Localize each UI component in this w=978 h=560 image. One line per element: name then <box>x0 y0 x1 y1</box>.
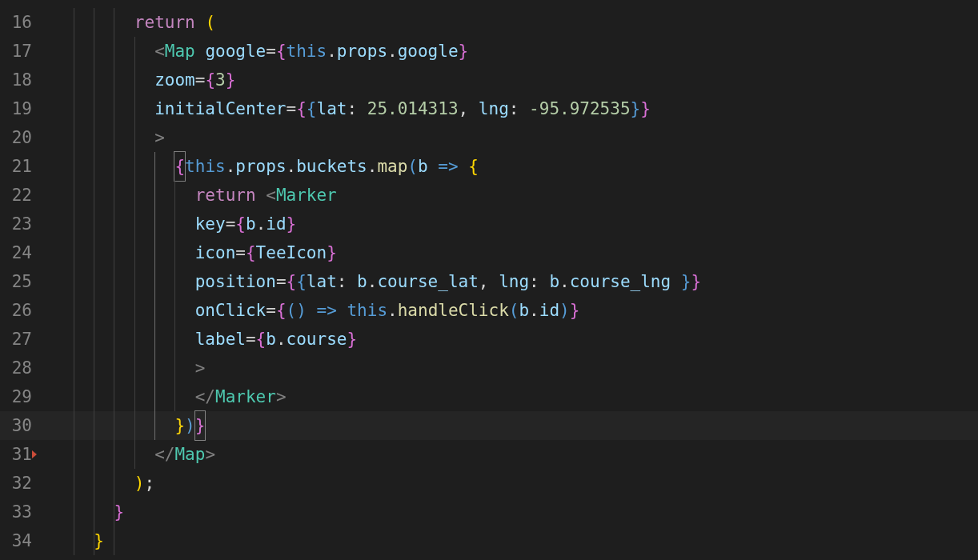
code-token: : <box>529 272 539 291</box>
code-line[interactable]: })} <box>70 411 978 440</box>
code-token: { <box>246 243 256 262</box>
code-token: 25.014313 <box>367 99 459 118</box>
code-token: b <box>519 301 529 320</box>
code-token: = <box>235 243 246 262</box>
line-number: 30 <box>0 411 32 440</box>
code-token: < <box>154 42 165 61</box>
bracket-match: { <box>174 151 186 182</box>
indent-guide <box>114 526 114 555</box>
code-token: } <box>94 531 104 550</box>
code-token: id <box>266 214 286 234</box>
code-line[interactable]: icon={TeeIcon} <box>70 238 978 267</box>
code-token: b <box>549 272 559 291</box>
code-token: = <box>226 214 236 234</box>
code-token: google <box>205 42 266 61</box>
code-line[interactable]: } <box>70 498 978 526</box>
code-token: position <box>195 272 276 291</box>
code-token: . <box>367 157 378 176</box>
code-token: b <box>266 330 276 349</box>
code-token: { <box>296 99 307 118</box>
code-token: ( <box>287 301 297 320</box>
code-token: . <box>367 272 378 291</box>
code-line[interactable]: key={b.id} <box>70 210 978 238</box>
bracket-match: } <box>194 410 206 441</box>
code-token: </ <box>195 387 215 406</box>
code-token: } <box>226 70 236 90</box>
code-token: : <box>509 99 519 118</box>
code-line[interactable]: return <Marker <box>70 181 978 210</box>
code-line[interactable]: initialCenter={{lat: 25.014313, lng: -95… <box>70 94 978 123</box>
code-token: { <box>235 214 246 234</box>
code-token: ( <box>205 13 215 32</box>
code-token: => <box>438 157 458 176</box>
code-token: course_lat <box>377 272 478 291</box>
code-line[interactable]: } <box>70 526 978 555</box>
code-token: { <box>174 157 185 176</box>
line-number: 26 <box>0 296 32 325</box>
code-token: } <box>681 272 691 291</box>
code-line[interactable]: > <box>70 123 978 152</box>
code-token <box>357 99 367 118</box>
code-token: ) <box>559 301 570 320</box>
code-line[interactable]: > <box>70 354 978 382</box>
line-number: 19 <box>0 94 32 123</box>
code-token: 3 <box>215 70 226 90</box>
code-line[interactable]: </Map> <box>70 440 978 469</box>
code-token: , <box>479 272 489 291</box>
code-editor[interactable]: 16171819202122232425262728293031323334 r… <box>0 0 978 560</box>
code-token: } <box>631 99 641 118</box>
code-token: b <box>246 214 256 234</box>
code-token: lat <box>317 99 347 118</box>
code-line[interactable]: ); <box>70 469 978 498</box>
code-token: ) <box>134 474 145 493</box>
code-token: lng <box>499 272 529 291</box>
code-token: => <box>317 301 337 320</box>
code-token: = <box>246 330 256 349</box>
code-line[interactable]: </Marker> <box>70 382 978 411</box>
code-token: > <box>205 445 215 464</box>
code-token: > <box>195 358 206 378</box>
code-token: id <box>539 301 559 320</box>
code-token: handleClick <box>398 301 509 320</box>
code-content[interactable]: return ( <Map google={this.props.google}… <box>70 0 978 560</box>
code-token: . <box>256 214 267 234</box>
code-token: course_lng <box>570 272 671 291</box>
code-token: ( <box>407 157 418 176</box>
code-token <box>428 157 439 176</box>
line-number: 17 <box>0 37 32 66</box>
code-token: : <box>337 272 347 291</box>
code-line[interactable]: label={b.course} <box>70 325 978 354</box>
code-line[interactable]: {this.props.buckets.map(b => { <box>70 152 978 181</box>
line-number: 29 <box>0 382 32 411</box>
code-token <box>256 186 267 205</box>
code-line[interactable]: return ( <box>70 8 978 37</box>
code-token: } <box>114 502 125 522</box>
warning-marker-icon[interactable] <box>32 450 37 458</box>
line-number: 27 <box>0 325 32 354</box>
code-token: . <box>287 157 297 176</box>
code-token: { <box>307 99 317 118</box>
code-line[interactable]: zoom={3} <box>70 66 978 94</box>
line-number: 16 <box>0 8 32 37</box>
code-token: . <box>226 157 236 176</box>
code-token: buckets <box>296 157 367 176</box>
line-number: 18 <box>0 66 32 94</box>
code-token: Map <box>174 445 205 464</box>
code-token <box>539 272 550 291</box>
code-token: props <box>235 157 286 176</box>
code-token: { <box>296 272 307 291</box>
code-line[interactable]: position={{lat: b.course_lat, lng: b.cou… <box>70 267 978 296</box>
line-number: 34 <box>0 526 32 555</box>
code-token: ; <box>145 474 155 493</box>
code-line[interactable]: onClick={() => this.handleClick(b.id)} <box>70 296 978 325</box>
line-number: 25 <box>0 267 32 296</box>
code-token: } <box>459 42 469 61</box>
line-number: 32 <box>0 469 32 498</box>
code-token: initialCenter <box>154 99 286 118</box>
code-token <box>519 99 529 118</box>
code-token: } <box>195 416 206 435</box>
code-line[interactable]: <Map google={this.props.google} <box>70 37 978 66</box>
code-token: this <box>347 301 387 320</box>
code-token <box>671 272 681 291</box>
code-token: = <box>266 301 276 320</box>
